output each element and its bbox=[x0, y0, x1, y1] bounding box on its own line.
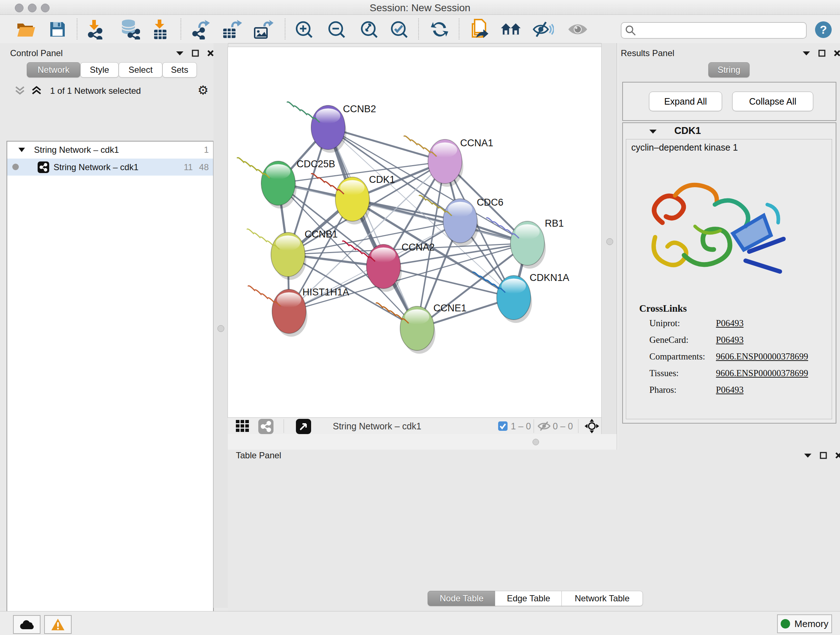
network-collection-row[interactable]: String Network – cdk1 1 bbox=[7, 141, 213, 158]
float-panel-icon[interactable] bbox=[818, 50, 826, 57]
collection-expander-icon[interactable] bbox=[18, 147, 25, 152]
window-title: Session: New Session bbox=[0, 2, 840, 14]
crosslink-label: Pharos: bbox=[649, 385, 676, 395]
node-label: CDKN1A bbox=[530, 272, 569, 283]
panel-menu-icon[interactable] bbox=[802, 51, 810, 56]
tab-select[interactable]: Select bbox=[118, 62, 163, 78]
crosslink-label: Uniprot: bbox=[649, 318, 680, 328]
hidden-eye-icon bbox=[538, 421, 551, 431]
import-network-icon bbox=[85, 19, 104, 40]
pan-move-icon[interactable] bbox=[584, 418, 600, 434]
cloud-status-button[interactable] bbox=[13, 615, 41, 634]
node-label: HIST1H1A bbox=[302, 287, 349, 298]
gene-expander-icon[interactable] bbox=[649, 129, 657, 134]
search-field[interactable] bbox=[621, 22, 807, 39]
panel-menu-icon[interactable] bbox=[176, 51, 184, 56]
panel-menu-icon[interactable] bbox=[804, 453, 812, 458]
toolbar-separator bbox=[180, 19, 181, 40]
node-label: CDC6 bbox=[477, 197, 504, 208]
export-table-button[interactable] bbox=[221, 19, 242, 40]
main-toolbar: ? bbox=[0, 15, 840, 43]
network-options-gear-icon[interactable]: ⚙ bbox=[197, 83, 208, 97]
import-table-file-button[interactable] bbox=[149, 19, 170, 40]
zoom-in-button[interactable] bbox=[294, 19, 314, 40]
birds-eye-view-icon[interactable] bbox=[296, 419, 311, 434]
left-splitter-handle[interactable] bbox=[218, 325, 224, 332]
import-table-icon bbox=[150, 19, 169, 40]
tab-network[interactable]: Network bbox=[27, 62, 80, 78]
table-panel: Table Panel ⚙ f(x) sh bbox=[228, 450, 840, 611]
network-tree: String Network – cdk1 1 String Network –… bbox=[6, 141, 214, 635]
network-row-selected[interactable]: String Network – cdk1 11 48 bbox=[7, 158, 213, 176]
memory-button[interactable]: Memory bbox=[777, 614, 832, 633]
apply-layout-button[interactable] bbox=[429, 19, 450, 40]
database-import-icon bbox=[120, 19, 140, 40]
show-all-button[interactable] bbox=[567, 19, 588, 40]
expand-all-button[interactable]: Expand All bbox=[649, 92, 722, 111]
help-button[interactable]: ? bbox=[815, 21, 832, 38]
export-network-button[interactable] bbox=[190, 19, 211, 40]
crosslink-link[interactable]: 9606.ENSP00000378699 bbox=[716, 368, 808, 378]
warning-status-button[interactable] bbox=[44, 615, 72, 634]
horizontal-splitter-handle[interactable] bbox=[532, 439, 539, 445]
toolbar-separator bbox=[285, 19, 286, 40]
node-label: CCNA2 bbox=[401, 242, 435, 253]
zoom-selected-button[interactable] bbox=[388, 19, 409, 40]
close-panel-icon[interactable] bbox=[207, 50, 214, 57]
results-panel-title: Results Panel bbox=[621, 48, 674, 58]
crosslink-link[interactable]: 9606.ENSP00000378699 bbox=[716, 352, 808, 362]
toolbar-separator bbox=[418, 19, 419, 40]
search-icon bbox=[625, 25, 636, 36]
current-network-title: String Network – cdk1 bbox=[333, 421, 422, 432]
tab-style[interactable]: Style bbox=[80, 62, 118, 78]
selected-checkbox-icon[interactable] bbox=[498, 421, 508, 431]
warning-icon bbox=[51, 618, 65, 631]
copy-document-button[interactable] bbox=[469, 19, 490, 40]
import-network-from-database-button[interactable] bbox=[119, 19, 141, 40]
gene-detail-box: cyclin–dependent kinase 1 CrossLink bbox=[626, 139, 832, 419]
right-splitter[interactable] bbox=[601, 43, 617, 434]
network-graph[interactable]: CCNB2CCNA1CDC25BCDK1CDC6RB1CCNB1CCNA2CDK… bbox=[228, 47, 601, 417]
right-splitter-handle[interactable] bbox=[606, 238, 613, 245]
crosslink-link[interactable]: P06493 bbox=[716, 385, 744, 395]
zoom-out-button[interactable] bbox=[326, 19, 347, 40]
tab-network-table[interactable]: Network Table bbox=[561, 591, 643, 606]
search-input[interactable] bbox=[636, 25, 793, 36]
crosslink-link[interactable]: P06493 bbox=[716, 318, 744, 328]
export-table-icon bbox=[222, 19, 242, 40]
network-type-icon bbox=[38, 162, 49, 173]
toolbar-separator bbox=[77, 19, 77, 40]
collapse-all-button[interactable]: Collapse All bbox=[732, 92, 813, 111]
crosslink-link[interactable]: P06493 bbox=[716, 335, 744, 345]
export-image-icon bbox=[253, 19, 273, 40]
network-label: String Network – cdk1 bbox=[54, 162, 139, 172]
tab-string-results[interactable]: String bbox=[708, 62, 750, 78]
open-folder-icon bbox=[16, 21, 36, 38]
float-panel-icon[interactable] bbox=[192, 50, 199, 57]
cloud-icon bbox=[19, 619, 35, 630]
import-network-file-button[interactable] bbox=[84, 19, 105, 40]
left-splitter[interactable] bbox=[213, 43, 228, 608]
save-session-button[interactable] bbox=[47, 19, 68, 40]
float-panel-icon[interactable] bbox=[820, 452, 827, 459]
grid-mode-icon[interactable] bbox=[236, 420, 254, 432]
zoom-fit-button[interactable] bbox=[358, 19, 379, 40]
copy-document-icon bbox=[470, 19, 489, 40]
first-neighbors-button[interactable] bbox=[500, 19, 521, 40]
table-panel-title: Table Panel bbox=[236, 450, 281, 461]
export-image-button[interactable] bbox=[253, 19, 274, 40]
collection-label: String Network – cdk1 bbox=[34, 145, 119, 155]
tab-node-table[interactable]: Node Table bbox=[428, 591, 496, 606]
floppy-disk-icon bbox=[49, 21, 66, 38]
network-canvas[interactable]: CCNB2CCNA1CDC25BCDK1CDC6RB1CCNB1CCNA2CDK… bbox=[228, 47, 601, 417]
open-session-button[interactable] bbox=[16, 19, 36, 40]
close-panel-icon[interactable] bbox=[835, 452, 840, 459]
title-bar: Session: New Session bbox=[0, 0, 840, 15]
node-label: CDK1 bbox=[369, 174, 395, 185]
close-panel-icon[interactable] bbox=[834, 50, 840, 57]
tab-edge-table[interactable]: Edge Table bbox=[495, 591, 562, 606]
selected-node-edge-counts: 1 – 0 bbox=[511, 421, 531, 432]
tab-sets[interactable]: Sets bbox=[163, 62, 197, 78]
hide-selected-button[interactable] bbox=[533, 19, 554, 40]
network-mode-icon[interactable] bbox=[258, 419, 273, 434]
